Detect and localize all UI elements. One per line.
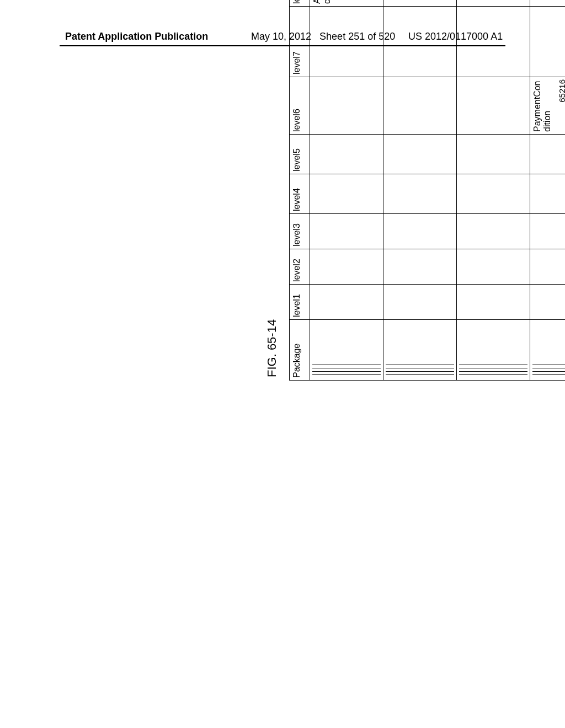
cell-package (383, 320, 457, 381)
cell (457, 214, 530, 249)
header-publication: Patent Application Publication (65, 31, 208, 42)
cell-ref: 65216 (557, 79, 565, 132)
col-level6: level6 (290, 77, 310, 135)
col-level3: level3 (290, 214, 310, 249)
cell (530, 7, 566, 77)
col-level7: level7 (290, 7, 310, 77)
cell-ref: 65210 (337, 0, 347, 4)
cell (383, 249, 457, 285)
table-row: AmountSpecification 65210 (310, 0, 383, 381)
cell (383, 214, 457, 249)
cell (457, 77, 530, 135)
hierarchy-table: Package level1 level2 level3 level4 leve… (289, 0, 565, 381)
cell (310, 174, 383, 214)
cell (310, 249, 383, 285)
cell (457, 174, 530, 214)
col-package: Package (290, 320, 310, 381)
cell (310, 135, 383, 174)
cell (310, 285, 383, 320)
cell (457, 7, 530, 77)
cell (383, 77, 457, 135)
cell (310, 7, 383, 77)
table-row: PaymentCondition 65216 (530, 0, 566, 381)
cell (310, 214, 383, 249)
cell (457, 285, 530, 320)
table-row: Amount 65212 (383, 0, 457, 381)
cell (530, 174, 566, 214)
table-row: Percent 65214 (457, 0, 530, 381)
col-level2: level2 (290, 249, 310, 285)
cell-level8: AmountSpecification 65210 (310, 0, 383, 7)
table-header-row: Package level1 level2 level3 level4 leve… (290, 0, 310, 381)
cell (530, 214, 566, 249)
cell-package (457, 320, 530, 381)
cell (530, 285, 566, 320)
figure-title: FIG. 65-14 (265, 0, 279, 377)
cell (530, 135, 566, 174)
col-level5: level5 (290, 135, 310, 174)
cell (383, 7, 457, 77)
cell-label: AmountSpecification (312, 0, 333, 4)
cell (383, 135, 457, 174)
cell (457, 0, 530, 7)
col-level1: level1 (290, 285, 310, 320)
cell (530, 0, 566, 7)
cell (383, 0, 457, 7)
cell (457, 135, 530, 174)
cell (310, 77, 383, 135)
cell (457, 249, 530, 285)
col-level4: level4 (290, 174, 310, 214)
cell-package (530, 320, 566, 381)
cell (383, 174, 457, 214)
figure-rotated-container: FIG. 65-14 Package level1 level2 level3 … (265, 0, 565, 381)
col-level8: level8 (290, 0, 310, 7)
cell-label: PaymentCondition (532, 79, 553, 132)
cell (530, 249, 566, 285)
cell (383, 285, 457, 320)
cell-package (310, 320, 383, 381)
cell-level6: PaymentCondition 65216 (530, 77, 566, 135)
